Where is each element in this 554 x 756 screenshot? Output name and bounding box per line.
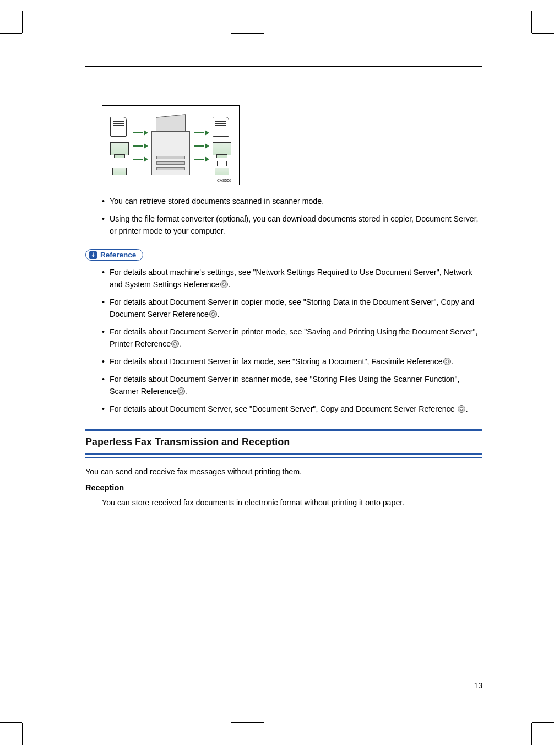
crop-mark [22, 11, 23, 33]
crop-mark [532, 33, 554, 34]
crop-mark [0, 722, 22, 723]
page-number: 13 [474, 681, 482, 690]
network-diagram-figure: CAS006 [102, 105, 240, 185]
section-rule-mid [85, 453, 482, 455]
document-icon [110, 117, 127, 137]
crop-mark [532, 722, 554, 723]
list-item: For details about Document Server in fax… [102, 355, 482, 368]
crop-mark [0, 33, 22, 34]
arrow-right-icon [205, 130, 209, 136]
list-item-text: For details about Document Server, see "… [110, 404, 455, 413]
cd-icon [220, 280, 228, 288]
list-item: For details about Document Server in sca… [102, 373, 482, 397]
list-item: You can retrieve stored documents scanne… [102, 195, 482, 207]
list-item-text: For details about Document Server in pri… [110, 327, 478, 348]
list-item: For details about machine's settings, se… [102, 266, 482, 290]
intro-bullet-list: You can retrieve stored documents scanne… [102, 195, 482, 237]
reference-badge: ⇣Reference [85, 249, 143, 261]
cd-icon [443, 358, 451, 365]
list-item: Using the file format converter (optiona… [102, 213, 482, 237]
crop-mark [248, 11, 248, 33]
list-item-text: For details about Document Server in fax… [110, 357, 443, 366]
list-item-text: You can retrieve stored documents scanne… [110, 197, 324, 206]
arrow-right-icon [144, 143, 148, 149]
list-item-text: For details about Document Server in cop… [110, 298, 474, 318]
document-icon [213, 117, 229, 137]
arrow-right-icon [205, 156, 209, 162]
subheading: Reception [85, 483, 482, 492]
cd-icon [171, 340, 179, 348]
list-item-text: For details about machine's settings, se… [110, 268, 472, 289]
cd-icon [177, 387, 185, 395]
reference-badge-label: Reference [100, 251, 136, 259]
arrow-right-icon [205, 143, 209, 149]
fax-icon [213, 161, 231, 175]
list-item: For details about Document Server in pri… [102, 326, 482, 350]
section-paragraph: You can send and receive fax messages wi… [85, 466, 482, 478]
computer-icon [213, 142, 231, 155]
header-rule [85, 66, 482, 67]
list-item-text: Using the file format converter (optiona… [110, 214, 479, 235]
crop-mark [248, 723, 248, 745]
list-item: For details about Document Server in cop… [102, 296, 482, 320]
fax-icon [110, 161, 129, 175]
reference-bullet-list: For details about machine's settings, se… [102, 266, 482, 415]
sub-paragraph: You can store received fax documents in … [102, 496, 482, 509]
section-paperless-fax: Paperless Fax Transmission and Reception… [85, 429, 482, 509]
crop-mark [22, 723, 23, 745]
section-rule-thin [85, 457, 482, 458]
section-rule-top [85, 429, 482, 431]
crop-mark [531, 723, 532, 745]
cd-icon [209, 310, 217, 318]
mfp-printer-icon [151, 116, 190, 176]
list-item: For details about Document Server, see "… [102, 403, 482, 415]
cd-icon [458, 405, 465, 413]
reference-badge-icon: ⇣ [89, 251, 97, 259]
list-item-text: For details about Document Server in sca… [110, 375, 459, 396]
computer-icon [110, 142, 129, 155]
arrow-right-icon [144, 156, 148, 162]
crop-mark [531, 11, 532, 33]
crop-mark [231, 33, 264, 34]
arrow-right-icon [144, 130, 148, 136]
section-title: Paperless Fax Transmission and Reception [85, 436, 482, 448]
figure-code: CAS006 [110, 179, 231, 182]
